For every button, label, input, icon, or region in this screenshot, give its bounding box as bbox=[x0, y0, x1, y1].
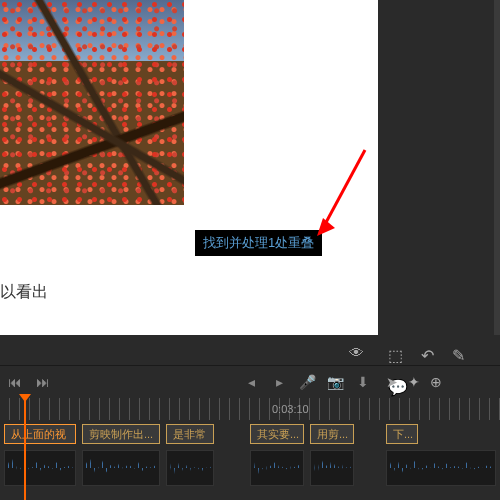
prev-chapter-icon[interactable]: ⏮ bbox=[4, 374, 26, 390]
mic-icon[interactable]: 🎤 bbox=[296, 374, 318, 390]
timeline-clip[interactable]: 是非常 bbox=[166, 424, 214, 444]
overlap-tooltip: 找到并处理1处重叠 bbox=[195, 230, 322, 256]
timeline-tools: ➤ ✦ ⊕ bbox=[378, 368, 500, 396]
visibility-bar: 👁 bbox=[0, 340, 378, 365]
preview-area: 以看出 bbox=[0, 0, 378, 335]
undo-icon[interactable]: ↶ bbox=[421, 346, 434, 365]
timeline-ruler[interactable]: 0:03:10 bbox=[0, 398, 500, 420]
right-panel bbox=[380, 0, 500, 335]
marker-tool-icon[interactable]: ✦ bbox=[408, 374, 420, 390]
cursor-tool-icon[interactable]: ➤ bbox=[386, 374, 398, 390]
timecode: 0:03:10 bbox=[272, 403, 309, 415]
zoom-tool-icon[interactable]: ⊕ bbox=[430, 374, 442, 390]
next-chapter-icon[interactable]: ⏭ bbox=[32, 374, 54, 390]
playback-bar: ⏮ ⏭ ◂ ▸ 🎤 📷 ⬇ bbox=[0, 368, 378, 396]
audio-clip[interactable] bbox=[250, 450, 304, 486]
audio-clip[interactable] bbox=[166, 450, 214, 486]
timeline-clip[interactable]: 下... bbox=[386, 424, 418, 444]
camera-icon[interactable]: 📷 bbox=[324, 374, 346, 390]
timeline-clip[interactable]: 从上面的视 bbox=[4, 424, 76, 444]
preview-caption: 以看出 bbox=[0, 282, 48, 303]
audio-clip[interactable] bbox=[310, 450, 354, 486]
audio-row bbox=[0, 448, 500, 488]
edit-icon[interactable]: ✎ bbox=[452, 346, 465, 365]
audio-clip[interactable] bbox=[4, 450, 76, 486]
playhead[interactable] bbox=[24, 398, 26, 500]
download-icon[interactable]: ⬇ bbox=[352, 374, 374, 390]
timeline-clip[interactable]: 剪映制作出... bbox=[82, 424, 160, 444]
visibility-icon[interactable]: 👁 bbox=[349, 344, 364, 361]
next-frame-icon[interactable]: ▸ bbox=[268, 374, 290, 390]
ruler-ticks bbox=[0, 398, 500, 420]
prev-frame-icon[interactable]: ◂ bbox=[240, 374, 262, 390]
corner-icon[interactable]: ⬚ bbox=[388, 346, 403, 365]
timeline-clip[interactable]: 用剪... bbox=[310, 424, 354, 444]
clip-row: 从上面的视剪映制作出...是非常其实要...用剪...下... bbox=[0, 422, 500, 446]
audio-clip[interactable] bbox=[82, 450, 160, 486]
timeline-clip[interactable]: 其实要... bbox=[250, 424, 304, 444]
timeline[interactable]: 从上面的视剪映制作出...是非常其实要...用剪...下... bbox=[0, 422, 500, 500]
audio-clip[interactable] bbox=[386, 450, 496, 486]
preview-image bbox=[0, 0, 184, 205]
divider bbox=[0, 365, 500, 366]
